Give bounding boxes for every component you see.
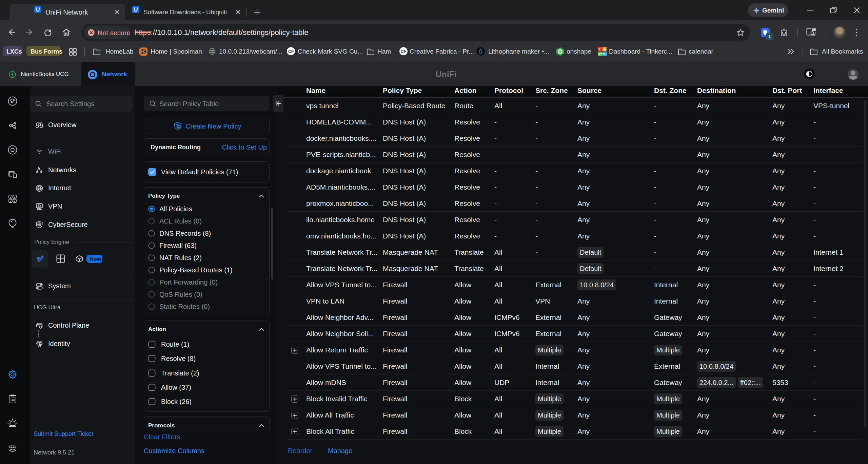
svg-text:CF: CF [288, 49, 294, 54]
svg-text:IN: IN [603, 48, 606, 51]
svg-text:T: T [598, 48, 600, 51]
svg-text:CF: CF [401, 49, 406, 54]
svg-text:KE: KE [598, 53, 603, 56]
svg-text:CA: CA [603, 53, 607, 56]
